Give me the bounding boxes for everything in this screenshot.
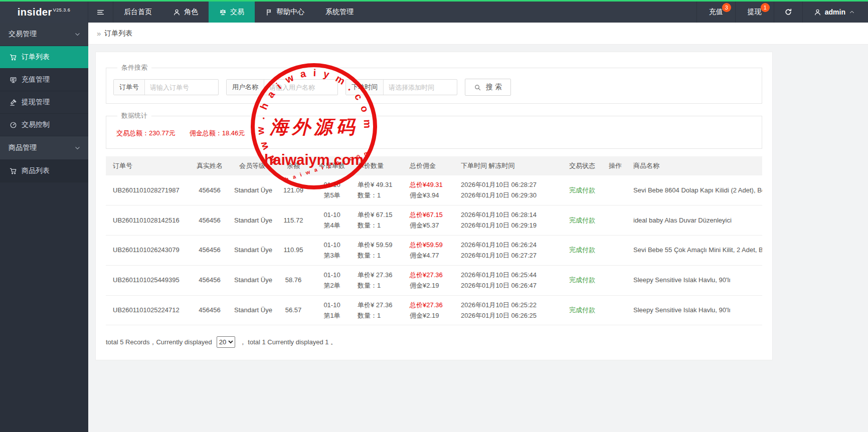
column-header-8: 交易状态: [562, 156, 602, 175]
field-input-0[interactable]: [145, 80, 218, 95]
logo-text: insiderV25.3.6: [18, 7, 71, 18]
day-seq: 第2单: [316, 280, 348, 291]
field-label: 下单时间: [346, 80, 384, 95]
menu-icon: [96, 8, 105, 17]
table-row: UB2601101028271987456456Standart Üye121.…: [106, 175, 762, 205]
day-date: 01-10: [316, 179, 348, 190]
cell-real_name: 456456: [190, 235, 229, 265]
quick-button-1[interactable]: 提现1: [735, 2, 774, 23]
day-seq: 第3单: [316, 250, 348, 261]
cell-order_no: UB2601101028271987: [106, 175, 190, 205]
cell-balance: 115.72: [275, 205, 311, 235]
column-header-1: 真实姓名: [190, 156, 229, 175]
search-button[interactable]: 搜 索: [465, 79, 511, 96]
search-legend: 条件搜索: [117, 63, 151, 72]
sidebar-item-0-3[interactable]: 交易控制: [0, 114, 88, 136]
time-unfreeze: 2026年01月10日 06:26:25: [461, 310, 557, 321]
cell-time_order: 2026年01月10日 06:28:272026年01月10日 06:29:30: [456, 175, 562, 205]
cell-balance: 121.09: [275, 175, 311, 205]
notification-badge: 1: [761, 3, 770, 12]
records-summary: total 5 Records，Currently displayed: [106, 338, 212, 347]
topbar-nav: 后台首页角色交易帮助中心系统管理: [113, 2, 364, 23]
cell-status: 完成付款: [562, 265, 602, 295]
quick-button-0[interactable]: 充值3: [697, 2, 735, 23]
unit-price: 单价¥ 49.31: [358, 179, 400, 190]
cell-total: 总价¥27.36佣金¥2.19: [405, 295, 456, 325]
cell-day_date: 01-10第1单: [311, 295, 353, 325]
sidebar-group-0[interactable]: 交易管理: [0, 23, 88, 46]
qty: 数量：1: [358, 220, 400, 231]
qty: 数量：1: [358, 190, 400, 200]
nav-item-2[interactable]: 交易: [209, 2, 255, 23]
sidebar-item-0-2[interactable]: 提现管理: [0, 91, 88, 114]
sidebar-item-1-0[interactable]: 商品列表: [0, 160, 88, 182]
order-no: UB2601101028271987: [113, 185, 185, 195]
search-field-0: 订单号: [113, 79, 219, 95]
product: Sleepy Sensitive Islak Havlu, 90'lı: [633, 305, 757, 315]
refresh-button[interactable]: [774, 2, 802, 23]
order-no: UB2601101025449395: [113, 275, 185, 285]
cell-product: Sleepy Sensitive Islak Havlu, 90'lı: [628, 295, 762, 325]
cell-product: ideal baby Alas Duvar Düzenleyici: [628, 205, 762, 235]
sidebar-item-label: 充值管理: [22, 75, 50, 84]
status: 完成付款: [567, 185, 597, 195]
nav-item-4[interactable]: 系统管理: [315, 2, 364, 23]
search-field-1: 用户名称: [226, 79, 338, 95]
nav-item-3[interactable]: 帮助中心: [255, 2, 315, 23]
commission: 佣金¥2.19: [410, 310, 451, 321]
cell-day_date: 01-10第2单: [311, 265, 353, 295]
level: Standart Üye: [234, 275, 270, 285]
scales-icon: [219, 9, 227, 16]
sidebar-item-0-0[interactable]: 订单列表: [0, 46, 88, 69]
time-unfreeze: 2026年01月10日 06:29:30: [461, 190, 557, 200]
user-menu[interactable]: admin: [802, 2, 868, 23]
day-seq: 第4单: [316, 220, 348, 231]
nav-item-0[interactable]: 后台首页: [113, 2, 162, 23]
board-icon: [10, 76, 17, 84]
real-name: 456456: [195, 275, 224, 285]
commission-total: 佣金总额：18.46元: [190, 129, 245, 138]
time-order: 2026年01月10日 06:28:27: [461, 179, 557, 190]
cell-real_name: 456456: [190, 175, 229, 205]
table-row: UB2601101025449395456456Standart Üye58.7…: [106, 265, 762, 295]
qty: 数量：1: [358, 280, 400, 291]
sidebar-item-0-1[interactable]: 充值管理: [0, 69, 88, 91]
breadcrumb: » 订单列表: [88, 23, 868, 45]
time-unfreeze: 2026年01月10日 06:27:27: [461, 250, 557, 261]
time-unfreeze: 2026年01月10日 06:26:47: [461, 280, 557, 291]
cell-order_no: UB2601101025449395: [106, 265, 190, 295]
qty: 数量：1: [358, 310, 400, 321]
trade-total: 交易总额：230.77元: [116, 129, 176, 138]
cell-real_name: 456456: [190, 295, 229, 325]
cell-real_name: 456456: [190, 205, 229, 235]
column-header-9: 操作: [602, 156, 628, 175]
balance: 121.09: [280, 185, 306, 195]
field-input-1[interactable]: [264, 80, 337, 95]
field-input-2[interactable]: [384, 80, 457, 95]
real-name: 456456: [195, 245, 224, 255]
page-size-select[interactable]: 20: [217, 336, 235, 348]
status: 完成付款: [567, 305, 597, 315]
nav-item-1[interactable]: 角色: [162, 2, 209, 23]
commission: 佣金¥2.19: [410, 280, 451, 291]
stats-row: 交易总额：230.77元 佣金总额：18.46元: [113, 127, 755, 141]
column-header-5: 单价数量: [353, 156, 405, 175]
cell-balance: 58.76: [275, 265, 311, 295]
balance: 110.95: [280, 245, 306, 255]
real-name: 456456: [195, 305, 224, 315]
column-header-4: 今日单数: [311, 156, 353, 175]
sidebar-group-1[interactable]: 商品管理: [0, 136, 88, 160]
product: ideal baby Alas Duvar Düzenleyici: [633, 215, 757, 226]
day-seq: 第1单: [316, 310, 348, 321]
cell-status: 完成付款: [562, 205, 602, 235]
stats-fieldset: 数据统计 交易总额：230.77元 佣金总额：18.46元: [106, 111, 762, 149]
sidebar-item-label: 交易控制: [22, 120, 50, 129]
day-seq: 第5单: [316, 190, 348, 200]
nav-item-label: 角色: [184, 8, 198, 17]
flag-icon: [265, 9, 273, 16]
chevron-up-icon: [849, 9, 855, 15]
sidebar-toggle-button[interactable]: [88, 2, 113, 23]
cell-time_order: 2026年01月10日 06:26:242026年01月10日 06:27:27: [456, 235, 562, 265]
cell-day_date: 01-10第4单: [311, 205, 353, 235]
app-logo[interactable]: insiderV25.3.6: [0, 2, 88, 23]
